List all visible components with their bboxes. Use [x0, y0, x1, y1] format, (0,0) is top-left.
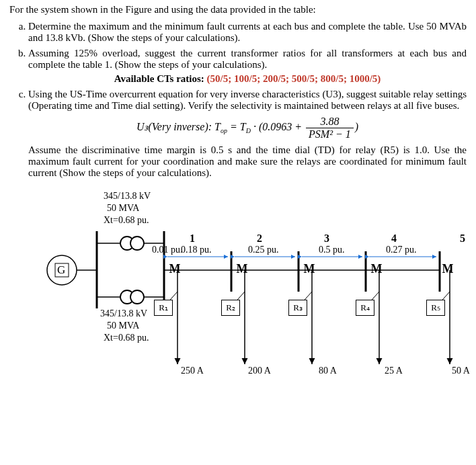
- part-a: Determine the maximum and the minimum fa…: [28, 21, 467, 44]
- tx1-xt: Xt=0.68 pu.: [104, 215, 149, 226]
- breaker-icon-1: M: [167, 263, 183, 275]
- gen-label: G: [57, 263, 65, 277]
- bus-3: 3: [324, 232, 329, 245]
- breaker-icon-3: M: [301, 263, 317, 275]
- diagram-svg: [9, 191, 467, 392]
- part-b: Assuming 125% overload, suggest the curr…: [28, 48, 467, 85]
- intro-text: For the system shown in the Figure and u…: [9, 4, 467, 15]
- tx1-mva: 50 MVA: [107, 203, 139, 214]
- svg-point-6: [130, 237, 144, 250]
- part-c-text: Using the US-Time overcurrent equation f…: [28, 89, 467, 111]
- span-34: 0.5 pu.: [319, 245, 345, 255]
- load-3: 80 A: [319, 366, 337, 376]
- relay-R3: R₃: [288, 300, 307, 316]
- assumption-note: Assume the discriminative time margin is…: [28, 144, 467, 179]
- load-1: 250 A: [181, 366, 204, 376]
- load-2: 200 A: [248, 366, 271, 376]
- tx1-kv: 345/13.8 kV: [104, 191, 151, 202]
- relay-R1: R₁: [154, 300, 173, 316]
- part-c: Using the US-Time overcurrent equation f…: [28, 89, 467, 179]
- cts-label: Available CTs ratios:: [114, 73, 204, 84]
- equation: U₃(Very inverse): Top = TD · (0.0963 + 3…: [28, 116, 467, 140]
- tx2-xt: Xt=0.68 pu.: [104, 333, 149, 343]
- bus-4: 4: [391, 232, 397, 245]
- breaker-icon-4: M: [368, 263, 385, 275]
- bus-5: 5: [460, 232, 465, 245]
- breaker-icon-2: M: [234, 263, 250, 275]
- bus-1: 1: [190, 232, 195, 245]
- span-23: 0.25 pu.: [248, 245, 279, 255]
- span-12: 0.18 pu.: [181, 245, 212, 255]
- xg-label: 0.01 pu.: [152, 245, 183, 255]
- relay-R4: R₄: [356, 300, 374, 316]
- one-line-diagram: 345/13.8 kV 50 MVA Xt=0.68 pu. 345/13.8 …: [9, 191, 467, 392]
- relay-R5: R₅: [426, 300, 445, 316]
- tx2-mva: 50 MVA: [107, 321, 139, 331]
- breaker-icon-5: M: [440, 263, 456, 275]
- tx2-kv: 345/13.8 kV: [100, 308, 147, 319]
- svg-point-10: [130, 290, 144, 304]
- load-5: 50 A: [452, 366, 470, 376]
- cts-ratios: (50/5; 100/5; 200/5; 500/5; 800/5; 1000/…: [207, 73, 381, 84]
- load-4: 25 A: [385, 366, 403, 376]
- relay-R2: R₂: [221, 300, 240, 316]
- span-45: 0.27 pu.: [386, 245, 417, 255]
- bus-2: 2: [257, 232, 262, 245]
- part-b-text: Assuming 125% overload, suggest the curr…: [28, 48, 467, 70]
